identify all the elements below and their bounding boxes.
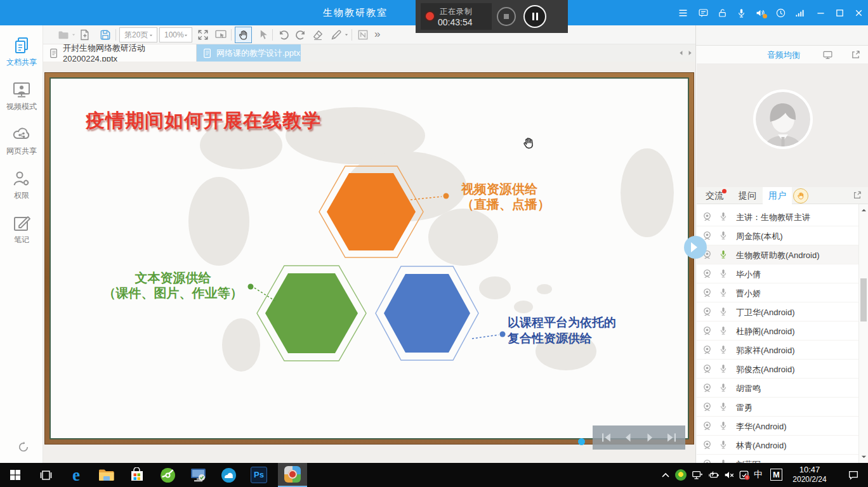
undo-button[interactable] xyxy=(277,29,290,41)
lock-icon[interactable] xyxy=(717,8,728,18)
pause-recording-button[interactable] xyxy=(523,5,546,28)
user-row[interactable]: 生物教研助教(Android) xyxy=(697,245,859,264)
notes-panel-button[interactable] xyxy=(357,29,369,41)
open-file-caret-icon[interactable] xyxy=(71,33,76,37)
microphone-icon[interactable] xyxy=(736,8,747,18)
webcam-icon[interactable] xyxy=(702,211,713,222)
user-row[interactable]: 林青(Android) xyxy=(697,436,859,455)
mic-icon[interactable] xyxy=(718,211,728,221)
tab-users[interactable]: 用户 xyxy=(763,187,792,204)
select-tool-button[interactable] xyxy=(257,29,270,41)
popout-panel-icon[interactable] xyxy=(852,190,862,200)
mic-icon[interactable] xyxy=(718,325,728,335)
webcam-icon[interactable] xyxy=(702,344,713,355)
user-row[interactable]: 胡雷鸣 xyxy=(697,379,859,398)
mic-icon[interactable] xyxy=(718,344,728,354)
tray-power-icon[interactable] xyxy=(708,469,720,481)
webcam-icon[interactable] xyxy=(702,287,713,298)
display-settings-icon[interactable] xyxy=(822,49,833,60)
user-list-scrollbar[interactable] xyxy=(858,204,868,463)
scroll-up-icon[interactable] xyxy=(861,207,867,213)
page-selector[interactable]: 第20页 xyxy=(119,27,157,42)
pen-tool-button[interactable] xyxy=(330,29,343,41)
next-page-button[interactable] xyxy=(643,431,656,444)
timer-icon[interactable] xyxy=(775,8,786,18)
close-button[interactable] xyxy=(853,8,864,18)
webcam-icon[interactable] xyxy=(702,439,713,450)
tray-expand-icon[interactable] xyxy=(661,471,670,480)
start-button[interactable] xyxy=(1,463,29,487)
redo-button[interactable] xyxy=(294,29,307,41)
mic-icon[interactable] xyxy=(718,401,728,412)
save-button[interactable] xyxy=(99,29,112,41)
stop-recording-button[interactable] xyxy=(497,7,516,26)
eraser-tool-button[interactable] xyxy=(312,29,324,41)
taskbar-store[interactable] xyxy=(123,463,151,487)
mic-icon[interactable] xyxy=(718,306,728,316)
first-page-button[interactable] xyxy=(600,431,613,444)
maximize-button[interactable] xyxy=(834,8,845,18)
scroll-down-icon[interactable] xyxy=(861,454,867,460)
mic-icon[interactable] xyxy=(718,268,728,278)
fullscreen-button[interactable] xyxy=(197,29,209,41)
sidebar-item-video-mode[interactable]: 视频模式 xyxy=(0,80,43,112)
mic-icon[interactable] xyxy=(718,230,728,240)
taskbar-edge[interactable]: e xyxy=(62,463,90,487)
ime-mode-badge[interactable]: M xyxy=(770,469,782,481)
sidebar-item-permissions[interactable]: 权限 xyxy=(0,169,43,201)
webcam-icon[interactable] xyxy=(702,363,713,374)
tray-volume-muted-icon[interactable] xyxy=(723,469,735,481)
user-row[interactable]: 丁卫华(Android) xyxy=(697,302,859,321)
webcam-icon[interactable] xyxy=(702,420,713,431)
webcam-icon[interactable] xyxy=(702,268,713,279)
webcam-icon[interactable] xyxy=(702,382,713,393)
doc-tab-2-active[interactable]: 网络课的教学设计.pptx xyxy=(197,44,301,62)
webcam-icon[interactable] xyxy=(702,401,713,412)
presentation-button[interactable] xyxy=(214,29,227,41)
webcam-icon[interactable] xyxy=(702,325,713,336)
doc-tab-1[interactable]: 开封生物网络教研活动20200224.pptx xyxy=(43,44,197,62)
network-signal-icon[interactable] xyxy=(794,8,805,18)
tray-network-icon[interactable] xyxy=(692,469,703,481)
mic-icon[interactable] xyxy=(718,420,728,431)
new-document-button[interactable] xyxy=(78,29,91,41)
user-row[interactable]: 毕小倩 xyxy=(697,264,859,283)
user-row[interactable]: 刘蓝军 xyxy=(697,455,859,463)
mic-icon[interactable] xyxy=(718,287,728,297)
ime-indicator[interactable]: 中 xyxy=(754,469,763,481)
previous-page-button[interactable] xyxy=(622,431,635,444)
scrollbar-thumb[interactable] xyxy=(860,278,867,321)
chat-icon[interactable] xyxy=(698,8,709,18)
taskbar-file-explorer[interactable] xyxy=(93,463,121,487)
panel-collapse-handle[interactable] xyxy=(684,236,707,259)
hand-tool-button[interactable] xyxy=(235,27,252,43)
sidebar-item-web-share[interactable]: 网页共享 xyxy=(0,124,43,157)
open-file-button[interactable] xyxy=(57,29,70,41)
audio-balance-link[interactable]: 音频均衡 xyxy=(767,49,800,61)
tray-app-badge-icon[interactable]: ! xyxy=(739,469,750,481)
mic-icon[interactable] xyxy=(718,382,728,393)
tab-scroll-left-icon[interactable] xyxy=(678,49,685,56)
mic-icon[interactable] xyxy=(718,439,728,450)
pen-caret-icon[interactable] xyxy=(344,33,349,37)
taskbar-photoshop[interactable]: Ps xyxy=(245,463,273,487)
tab-questions[interactable]: 提问 xyxy=(733,187,761,204)
popout-video-icon[interactable] xyxy=(850,49,861,60)
user-row[interactable]: 李华(Android) xyxy=(697,417,859,436)
sidebar-item-doc-share[interactable]: 文档共享 xyxy=(0,36,43,68)
taskbar-classroom-app-active[interactable] xyxy=(278,463,307,487)
user-row[interactable]: 郭家祥(Android) xyxy=(697,341,859,360)
user-row[interactable]: 曹小娇 xyxy=(697,283,859,302)
action-center-icon[interactable] xyxy=(848,469,859,481)
raise-hand-button[interactable] xyxy=(793,188,808,204)
user-row[interactable]: 周金陈(本机) xyxy=(697,226,859,245)
webcam-icon[interactable] xyxy=(702,458,713,463)
more-tools-button[interactable]: » xyxy=(374,28,380,41)
taskbar-remote-desktop[interactable] xyxy=(184,463,212,487)
taskbar-clock[interactable]: 10:47 2020/2/24 xyxy=(789,465,831,484)
mic-icon[interactable] xyxy=(718,363,728,373)
minimize-button[interactable] xyxy=(815,8,826,18)
tray-360-icon[interactable] xyxy=(675,469,687,481)
mic-icon[interactable] xyxy=(718,458,728,463)
tab-scroll-right-icon[interactable] xyxy=(687,49,694,56)
